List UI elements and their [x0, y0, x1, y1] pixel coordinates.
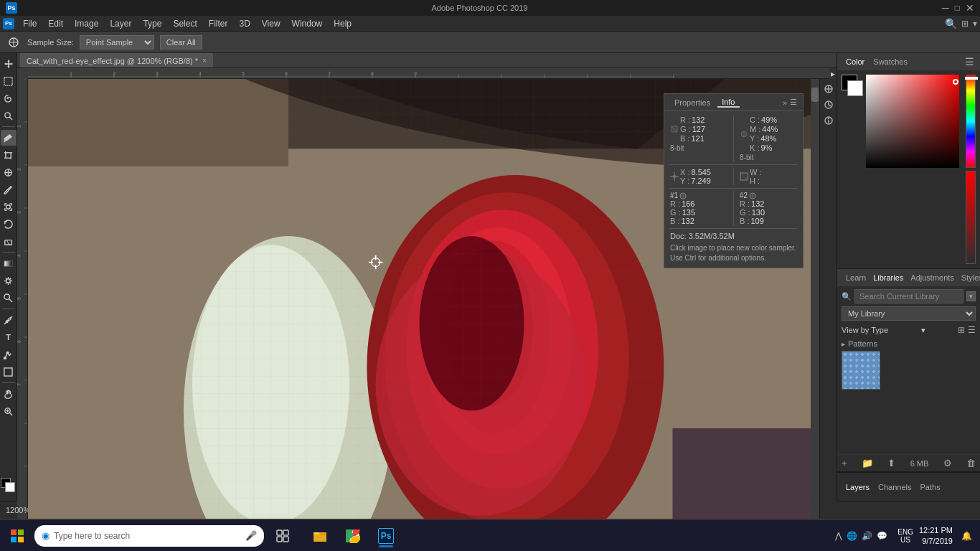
search-dropdown-btn[interactable]: ▾: [966, 291, 976, 301]
volume-icon[interactable]: 🔊: [862, 531, 872, 541]
paths-tab[interactable]: Paths: [918, 483, 943, 491]
panel-menu-icon[interactable]: ☰: [790, 98, 797, 107]
b1-value: 121: [691, 134, 704, 143]
info-tab[interactable]: Info: [717, 98, 739, 108]
scrollbar-vertical[interactable]: [811, 79, 819, 551]
expand-icon[interactable]: »: [783, 98, 787, 107]
libraries-tab[interactable]: Libraries: [870, 273, 906, 282]
chrome-app[interactable]: [337, 523, 369, 549]
menu-file[interactable]: File: [17, 17, 42, 30]
move-tool[interactable]: [1, 56, 17, 72]
patterns-collapse-icon[interactable]: ▸: [842, 340, 845, 348]
info-icon[interactable]: [821, 113, 836, 128]
menu-help[interactable]: Help: [328, 17, 357, 30]
new-folder-btn[interactable]: 📁: [862, 458, 873, 468]
channels-tab[interactable]: Channels: [875, 483, 914, 491]
history-icon[interactable]: [821, 98, 836, 112]
library-search-input[interactable]: [854, 289, 963, 303]
styles-tab[interactable]: Styles: [958, 273, 980, 282]
selection-tool[interactable]: [1, 73, 17, 89]
taskbar-search-box[interactable]: ◉ Type here to search 🎤: [34, 525, 264, 547]
gradient-picker[interactable]: [866, 75, 963, 179]
menu-type[interactable]: Type: [137, 17, 167, 30]
eraser-tool[interactable]: [1, 233, 17, 249]
rect-shape-tool[interactable]: [1, 364, 17, 380]
library-select[interactable]: My Library: [842, 306, 976, 321]
color-tab[interactable]: Color: [843, 57, 867, 66]
background-color[interactable]: [5, 482, 15, 492]
hand-tool[interactable]: [1, 386, 17, 402]
close-btn[interactable]: ✕: [966, 2, 974, 14]
quick-select-tool[interactable]: [1, 108, 17, 123]
grid-view-icon[interactable]: ⊞: [958, 325, 965, 335]
maximize-btn[interactable]: □: [955, 3, 960, 13]
history-brush[interactable]: [1, 216, 17, 232]
menu-filter[interactable]: Filter: [203, 17, 234, 30]
list-view-icon[interactable]: ☰: [968, 325, 976, 335]
menu-3d[interactable]: 3D: [233, 17, 255, 30]
action-center-icon[interactable]: 💬: [877, 531, 887, 541]
dodge-tool[interactable]: [1, 290, 17, 306]
search-icon[interactable]: 🔍: [945, 18, 957, 29]
eyedropper-tool[interactable]: [1, 130, 17, 146]
photoshop-app[interactable]: Ps: [370, 523, 402, 549]
tab-close-btn[interactable]: ×: [202, 57, 207, 65]
arrange-icon[interactable]: ⊞: [961, 19, 969, 29]
view-type-dropdown[interactable]: ▾: [921, 326, 925, 335]
workspace-icon[interactable]: ▾: [973, 19, 977, 29]
network-icon[interactable]: 🌐: [847, 531, 857, 541]
swatches-tab[interactable]: Swatches: [870, 57, 910, 66]
menu-window[interactable]: Window: [286, 17, 329, 30]
canvas-image-area[interactable]: Properties Info » ☰ R :132: [28, 79, 811, 551]
bg-swatch[interactable]: [847, 80, 863, 96]
minimize-btn[interactable]: ─: [942, 2, 949, 14]
color-panel-menu[interactable]: ☰: [965, 56, 974, 67]
panels-collapse-btn[interactable]: ▸: [829, 68, 837, 79]
show-hidden-icons[interactable]: ⋀: [835, 531, 842, 541]
blur-tool[interactable]: [1, 273, 17, 288]
crop-tool[interactable]: [1, 147, 17, 163]
clear-all-btn[interactable]: Clear All: [160, 35, 202, 50]
heal-tool[interactable]: [1, 164, 17, 180]
adjustments-tab[interactable]: Adjustments: [908, 273, 957, 282]
hue-bar[interactable]: [966, 75, 976, 168]
clone-stamp[interactable]: [1, 199, 17, 215]
gradient-tool[interactable]: [1, 255, 17, 271]
color-picker-icon[interactable]: [821, 82, 836, 96]
tab-bar: Cat_with_red-eye_effect.jpg @ 1200% (RGB…: [17, 53, 837, 68]
canvas-tab[interactable]: Cat_with_red-eye_effect.jpg @ 1200% (RGB…: [20, 53, 213, 67]
pattern-thumbnail[interactable]: [842, 351, 880, 390]
mic-icon[interactable]: 🎤: [245, 530, 257, 541]
path-select-tool[interactable]: [1, 347, 17, 362]
zoom-tool[interactable]: [1, 403, 17, 419]
file-explorer-app[interactable]: [304, 523, 336, 549]
pen-tool[interactable]: [1, 312, 17, 328]
lasso-tool[interactable]: [1, 90, 17, 106]
task-view-btn[interactable]: [267, 523, 298, 549]
settings-btn[interactable]: ⚙: [943, 458, 952, 468]
properties-tab[interactable]: Properties: [670, 98, 715, 107]
upload-btn[interactable]: ⬆: [887, 458, 895, 468]
scroll-thumb-v[interactable]: [811, 88, 819, 102]
menu-layer[interactable]: Layer: [104, 17, 137, 30]
menu-view[interactable]: View: [256, 17, 286, 30]
alpha-bar[interactable]: [966, 171, 976, 264]
add-lib-item-btn[interactable]: +: [842, 458, 847, 468]
type-tool[interactable]: T: [1, 329, 17, 345]
learn-tab[interactable]: Learn: [843, 273, 869, 282]
fg-bg-colors[interactable]: [1, 478, 17, 494]
svg-rect-3: [4, 77, 12, 85]
delete-btn[interactable]: 🗑: [966, 458, 976, 468]
tool-separator-1: [2, 126, 15, 127]
menu-select[interactable]: Select: [167, 17, 202, 30]
notification-btn[interactable]: 🔔: [956, 523, 977, 549]
brush-tool[interactable]: [1, 182, 17, 197]
color-field[interactable]: [866, 75, 959, 168]
sample-size-select[interactable]: Point Sample 3 by 3 Average 5 by 5 Avera…: [80, 35, 154, 50]
language-indicator[interactable]: ENG US: [895, 528, 916, 544]
menu-image[interactable]: Image: [69, 17, 104, 30]
start-button[interactable]: [3, 523, 32, 549]
menu-edit[interactable]: Edit: [42, 17, 69, 30]
time-date[interactable]: 12:21 PM 9/7/2019: [919, 525, 953, 546]
layers-tab[interactable]: Layers: [843, 483, 872, 491]
